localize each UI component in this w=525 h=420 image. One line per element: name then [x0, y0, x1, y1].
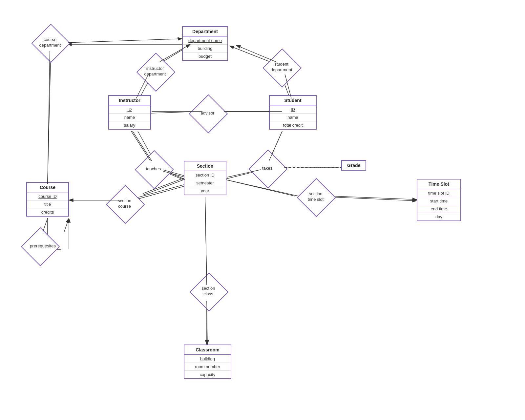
advisor-diamond: advisor: [190, 98, 225, 128]
department-entity: Department department name building budg…: [182, 26, 228, 61]
student-department-label: studentdepartment: [271, 62, 292, 73]
instructor-title: Instructor: [109, 96, 150, 105]
takes-diamond: takes: [250, 154, 284, 183]
grade-label: Grade: [347, 163, 360, 168]
student-attr-name: name: [270, 113, 316, 121]
department-attr-name: department name: [183, 36, 227, 44]
svg-line-50: [335, 196, 417, 200]
section-class-diamond: sectionclass: [190, 277, 226, 306]
student-attr-credit: total credit: [270, 121, 316, 129]
section-timeslot-label: sectiontime slot: [308, 191, 324, 202]
instructor-entity: Instructor ID name salary: [108, 95, 151, 130]
instructor-attr-name: name: [109, 113, 150, 121]
svg-line-17: [205, 197, 207, 284]
course-attr-title: title: [27, 200, 68, 208]
svg-line-1: [48, 51, 51, 182]
timeslot-attr-end: end time: [417, 205, 460, 213]
student-department-diamond: studentdepartment: [262, 51, 300, 84]
course-entity: Course course ID title credits: [26, 182, 69, 217]
section-course-label: sectioncourse: [118, 198, 131, 209]
section-attr-year: year: [184, 187, 226, 195]
course-attr-id: course ID: [27, 192, 68, 200]
svg-line-29: [48, 51, 50, 184]
instructor-attr-salary: salary: [109, 121, 150, 129]
timeslot-title: Time Slot: [417, 179, 460, 189]
student-attr-id: ID: [270, 105, 316, 113]
section-attr-semester: semester: [184, 179, 226, 187]
timeslot-attr-day: day: [417, 213, 460, 220]
svg-line-20: [328, 197, 417, 201]
advisor-label: advisor: [201, 111, 215, 116]
takes-label: takes: [262, 166, 272, 171]
instructor-department-label: instructordepartment: [144, 66, 166, 77]
teaches-diamond: teaches: [136, 154, 171, 184]
svg-line-28: [68, 39, 182, 43]
teaches-label: teaches: [146, 166, 161, 172]
timeslot-attr-id: time slot ID: [417, 189, 460, 197]
classroom-entity: Classroom building room number capacity: [184, 345, 231, 379]
svg-line-52: [64, 218, 69, 232]
section-title: Section: [184, 161, 226, 171]
section-class-label: sectionclass: [201, 286, 215, 297]
classroom-attr-room: room number: [184, 363, 231, 370]
classroom-attr-building: building: [184, 355, 231, 363]
grade-entity: Grade: [341, 160, 366, 171]
department-attr-building: building: [183, 44, 227, 52]
section-entity: Section section ID semester year: [184, 161, 226, 195]
svg-line-47: [205, 197, 207, 285]
student-title: Student: [270, 96, 316, 105]
department-attr-budget: budget: [183, 52, 227, 60]
course-attr-credits: credits: [27, 208, 68, 216]
timeslot-entity: Time Slot time slot ID start time end ti…: [417, 179, 461, 221]
student-entity: Student ID name total credit: [269, 95, 317, 130]
department-title: Department: [183, 27, 227, 36]
prerequisites-label: prerequesites: [30, 243, 56, 249]
prerequisites-diamond: prerequesites: [22, 231, 63, 261]
er-diagram: Department department name building budg…: [0, 0, 525, 420]
section-timeslot-diamond: sectiontime slot: [296, 182, 335, 212]
course-department-diamond: coursedepartment: [31, 26, 69, 59]
timeslot-attr-start: start time: [417, 197, 460, 205]
classroom-title: Classroom: [184, 345, 231, 354]
section-attr-id: section ID: [184, 171, 226, 179]
instructor-attr-id: ID: [109, 105, 150, 113]
course-department-label: coursedepartment: [39, 37, 61, 48]
instructor-department-diamond: instructordepartment: [136, 55, 174, 88]
classroom-attr-capacity: capacity: [184, 370, 231, 378]
course-title: Course: [27, 183, 68, 192]
section-course-diamond: sectioncourse: [106, 189, 143, 219]
